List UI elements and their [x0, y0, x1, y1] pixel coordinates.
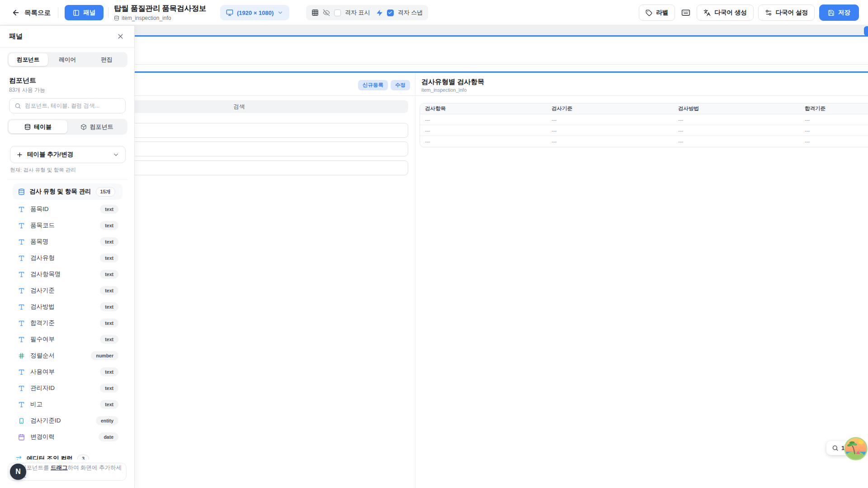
type-icon: [18, 320, 25, 327]
tab-components-source[interactable]: 컴포넌트: [67, 120, 126, 133]
field-type-badge: number: [91, 351, 118, 360]
edit-badge[interactable]: 수정: [391, 80, 410, 90]
add-table-button[interactable]: 테이블 추가/변경: [10, 146, 126, 163]
field-item[interactable]: 필수여부text: [0, 331, 134, 347]
grid-icon[interactable]: [311, 9, 319, 16]
tab-tables-label: 테이블: [34, 123, 52, 131]
tab-layers[interactable]: 레이어: [48, 53, 87, 66]
panel-button-label: 패널: [83, 9, 95, 17]
table-cell: ---: [547, 136, 673, 147]
field-type-badge: text: [100, 221, 118, 230]
field-item[interactable]: 품목IDtext: [0, 201, 134, 217]
save-button[interactable]: 저장: [819, 5, 859, 21]
i18n-settings-text: 다국어 설정: [776, 9, 808, 17]
field-type-badge: text: [100, 384, 118, 393]
eye-off-icon[interactable]: [323, 9, 330, 16]
field-list-area: 검사 유형 및 항목 관리 15개 품목IDtext품목코드text품목명tex…: [0, 180, 134, 460]
divider: [108, 7, 108, 18]
field-item[interactable]: 정렬순서number: [0, 347, 134, 364]
field-type-badge: text: [100, 400, 118, 409]
grid-snap-checkbox[interactable]: [387, 9, 394, 16]
section-vertical-divider: [415, 73, 415, 488]
app-logo: N: [10, 464, 26, 480]
i18n-settings-button[interactable]: 다국어 설정: [758, 5, 815, 21]
field-item[interactable]: 비고text: [0, 396, 134, 413]
panel-title: 패널: [9, 32, 23, 41]
field-item[interactable]: 합격기준text: [0, 315, 134, 331]
field-type-badge: text: [100, 319, 118, 328]
island-icon: [844, 436, 868, 461]
field-item[interactable]: 변경이력date: [0, 429, 134, 445]
tab-components-source-label: 컴포넌트: [90, 123, 113, 131]
table-group-header[interactable]: 검사 유형 및 항목 관리 15개: [13, 183, 123, 200]
field-item[interactable]: 품목코드text: [0, 217, 134, 234]
page-title: 탑씰 품질관리 품목검사정보: [114, 4, 206, 14]
panel-toggle-button[interactable]: 패널: [65, 5, 104, 20]
current-table-label: 현재: 검사 유형 및 항목 관리: [10, 167, 76, 174]
grid-show-checkbox[interactable]: [334, 9, 341, 16]
canvas-scrollbar-thumb[interactable]: [864, 26, 868, 36]
field-item[interactable]: 검사유형text: [0, 250, 134, 266]
field-type-badge: text: [100, 367, 118, 376]
table-cell: ---: [547, 125, 673, 136]
field-item[interactable]: 사용여부text: [0, 364, 134, 380]
panel-search-input[interactable]: [25, 103, 120, 109]
table-cell: ---: [800, 125, 868, 136]
hash-icon: [18, 352, 25, 359]
join-columns-section[interactable]: 에디터 조인 컬럼3: [0, 450, 134, 460]
field-type-badge: text: [100, 237, 118, 246]
screen-size-selector[interactable]: (868 × 488): [220, 5, 289, 20]
table-cell: ---: [420, 125, 547, 136]
table-cell: ---: [800, 136, 868, 147]
panel-tab-bar: 컴포넌트 레이어 편집: [7, 52, 127, 67]
type-icon: [18, 271, 25, 278]
panel-left-icon: [73, 9, 80, 16]
save-button-text: 저장: [838, 9, 850, 17]
field-item[interactable]: 관리자IDtext: [0, 380, 134, 396]
field-name: 품목코드: [30, 221, 94, 230]
database-icon: [24, 124, 31, 130]
table-column-header: 검사기준: [547, 103, 673, 114]
type-icon: [18, 239, 25, 245]
date-icon: [18, 434, 25, 441]
arrow-left-icon: [12, 9, 20, 17]
field-item[interactable]: 검사기준text: [0, 282, 134, 299]
field-type-badge: text: [100, 270, 118, 279]
inspection-items-table: 검사항목검사기준검사방법합격기준 -----------------------…: [420, 103, 868, 147]
join-count-badge: 3: [77, 455, 89, 460]
field-item[interactable]: 품목명text: [0, 234, 134, 250]
page-subtitle: item_inspection_info: [114, 15, 206, 21]
field-name: 필수여부: [30, 335, 94, 343]
grid-controls: 격자 표시 격자 스냅: [306, 5, 428, 20]
zap-icon: [376, 9, 383, 16]
field-item[interactable]: 검사방법text: [0, 299, 134, 315]
panel-search-box: [9, 98, 126, 113]
table-cell: ---: [673, 125, 800, 136]
database-icon: [114, 15, 119, 21]
database-icon: [18, 188, 25, 195]
back-button[interactable]: 목록으로: [12, 0, 51, 25]
field-item[interactable]: 검사기준IDentity: [0, 413, 134, 429]
table-row: ------------: [420, 125, 868, 136]
languages-icon: [703, 9, 711, 16]
close-icon[interactable]: [116, 32, 125, 41]
label-button[interactable]: 라벨: [639, 5, 675, 21]
join-icon: [15, 455, 22, 460]
field-item[interactable]: 검사항목명text: [0, 266, 134, 282]
entity-icon: [18, 418, 25, 424]
table-header-row: 검사항목검사기준검사방법합격기준: [420, 103, 868, 114]
topbar-right-group: 라벨 다국어 생성 다국어 설정 저장: [639, 0, 859, 25]
keyboard-shortcuts-button[interactable]: [679, 8, 692, 17]
tab-edit[interactable]: 편집: [87, 53, 126, 66]
tag-icon: [646, 9, 652, 16]
table-cell: ---: [800, 114, 868, 125]
table-cell: ---: [673, 136, 800, 147]
type-icon: [18, 222, 25, 229]
type-icon: [18, 304, 25, 310]
tab-components[interactable]: 컴포넌트: [9, 53, 48, 66]
field-name: 검사유형: [30, 254, 94, 262]
tab-tables[interactable]: 테이블: [9, 120, 67, 133]
panel-header: 패널: [0, 26, 134, 47]
new-register-badge[interactable]: 신규등록: [358, 80, 388, 90]
i18n-generate-button[interactable]: 다국어 생성: [697, 5, 753, 21]
